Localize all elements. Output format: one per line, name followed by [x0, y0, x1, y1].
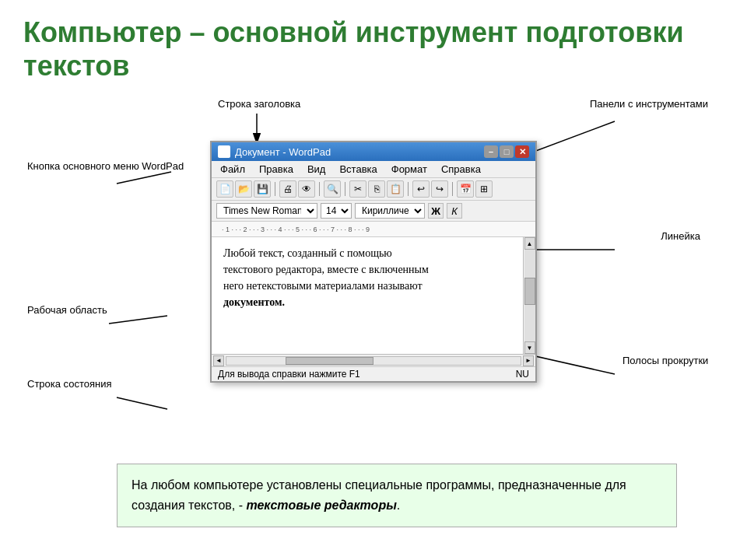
find-button[interactable]: 🔍	[324, 180, 341, 198]
menu-format[interactable]: Формат	[389, 163, 430, 176]
close-button[interactable]: ✕	[515, 145, 529, 158]
window-titlebar: Документ - WordPad – □ ✕	[212, 142, 535, 161]
scroll-track-v	[524, 250, 535, 341]
page-container: Компьютер – основной инструмент подготов…	[0, 0, 747, 560]
app-icon	[218, 145, 230, 158]
print-button[interactable]: 🖨	[279, 180, 296, 198]
insert-object-button[interactable]: ⊞	[475, 180, 493, 198]
separator-1	[275, 182, 275, 196]
save-button[interactable]: 💾	[254, 180, 271, 198]
scroll-track-h	[226, 356, 521, 366]
scroll-down-button[interactable]: ▼	[524, 341, 535, 354]
menu-edit[interactable]: Правка	[257, 163, 296, 176]
annotation-toolbar-panel: Панели с инструментами	[590, 98, 708, 111]
bold-button[interactable]: Ж	[428, 203, 444, 219]
info-text-bold-italic: текстовые редакторы	[246, 499, 396, 512]
annotation-scrollbars: Полосы прокрутки	[622, 355, 716, 368]
svg-line-4	[109, 316, 167, 324]
titlebar-left: Документ - WordPad	[218, 145, 331, 158]
separator-4	[408, 182, 409, 196]
charset-selector[interactable]: Кириллический	[355, 203, 425, 219]
document-area[interactable]: Любой текст, созданный с помощью текстов…	[212, 237, 535, 354]
menu-help[interactable]: Справка	[439, 163, 483, 176]
separator-2	[319, 182, 320, 196]
undo-button[interactable]: ↩	[412, 180, 430, 198]
info-box: На любом компьютере установлены специаль…	[117, 464, 677, 527]
svg-line-6	[117, 397, 167, 409]
open-button[interactable]: 📂	[235, 180, 252, 198]
copy-button[interactable]: ⎘	[368, 180, 385, 198]
preview-button[interactable]: 👁	[298, 180, 315, 198]
diagram-section: Строка заголовка Панели с инструментами …	[23, 98, 724, 448]
scroll-up-button[interactable]: ▲	[524, 237, 535, 250]
status-right: NU	[516, 369, 529, 380]
italic-button[interactable]: К	[447, 203, 462, 219]
scroll-thumb-h[interactable]	[286, 357, 374, 365]
menu-insert[interactable]: Вставка	[337, 163, 379, 176]
vertical-scrollbar[interactable]: ▲ ▼	[523, 237, 535, 354]
annotation-title-bar: Строка заголовка	[218, 98, 300, 111]
window-title: Документ - WordPad	[235, 146, 331, 158]
annotation-main-menu: Кнопка основного меню WordPad	[27, 160, 113, 173]
new-button[interactable]: 📄	[216, 180, 233, 198]
window-toolbar: 📄 📂 💾 🖨 👁 🔍 ✂ ⎘ 📋 ↩ ↪ 📅	[212, 178, 535, 201]
titlebar-buttons[interactable]: – □ ✕	[484, 145, 529, 158]
redo-button[interactable]: ↪	[431, 180, 448, 198]
formatting-bar: Times New Roman 14 Кириллический Ж К	[212, 201, 535, 222]
scroll-right-button[interactable]: ►	[523, 355, 534, 366]
annotation-workspace: Рабочая область	[27, 304, 105, 317]
menu-file[interactable]: Файл	[218, 163, 247, 176]
minimize-button[interactable]: –	[484, 145, 498, 158]
size-selector[interactable]: 14	[321, 203, 352, 219]
paste-button[interactable]: 📋	[387, 180, 404, 198]
cut-button[interactable]: ✂	[349, 180, 366, 198]
statusbar: Для вывода справки нажмите F1 NU	[212, 366, 535, 381]
insert-date-button[interactable]: 📅	[457, 180, 474, 198]
scroll-left-button[interactable]: ◄	[213, 355, 224, 366]
font-selector[interactable]: Times New Roman	[216, 203, 317, 219]
info-text-end: .	[397, 499, 400, 512]
annotation-status-bar: Строка состояния	[27, 378, 113, 391]
window-menubar: Файл Правка Вид Вставка Формат Справка	[212, 161, 535, 178]
document-wrapper: Любой текст, созданный с помощью текстов…	[212, 237, 535, 354]
horizontal-scrollbar[interactable]: ◄ ►	[212, 354, 535, 366]
status-left: Для вывода справки нажмите F1	[218, 369, 360, 380]
wordpad-window: Документ - WordPad – □ ✕ Файл Правка Вид…	[163, 117, 537, 383]
menu-view[interactable]: Вид	[305, 163, 328, 176]
main-title: Компьютер – основной инструмент подготов…	[23, 16, 724, 82]
separator-3	[345, 182, 345, 196]
annotation-ruler: Линейка	[661, 230, 700, 243]
separator-5	[452, 182, 453, 196]
scroll-thumb-v[interactable]	[524, 278, 535, 305]
maximize-button[interactable]: □	[500, 145, 514, 158]
document-text: Любой текст, созданный с помощью текстов…	[223, 245, 520, 310]
ruler: · 1 · · · 2 · · · 3 · · · 4 · · · 5 · · …	[212, 222, 535, 237]
document-text-bold: документом.	[223, 296, 285, 308]
ruler-marks: · 1 · · · 2 · · · 3 · · · 4 · · · 5 · · …	[218, 226, 535, 233]
